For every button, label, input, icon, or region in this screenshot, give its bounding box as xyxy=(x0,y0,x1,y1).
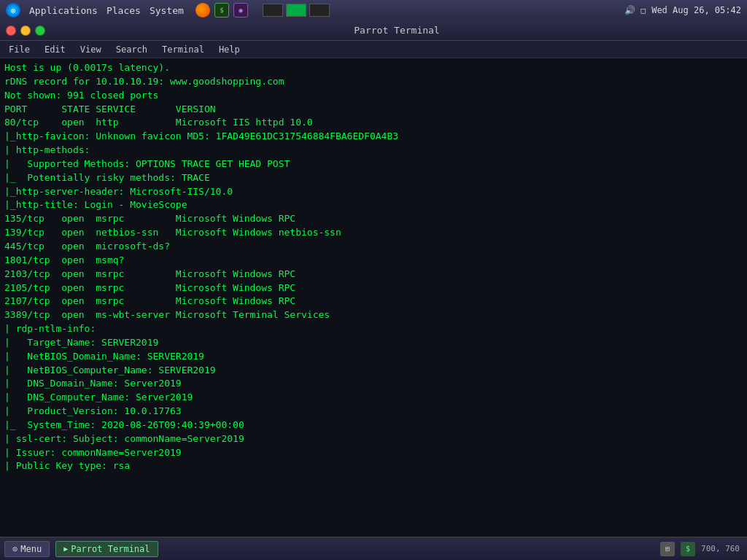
applications-menu[interactable]: Applications xyxy=(29,5,98,16)
parrot-logo: ⊙ xyxy=(6,3,20,18)
terminal-taskbar-label: Parrot Terminal xyxy=(71,544,150,554)
terminal-icon[interactable]: $ xyxy=(214,3,229,18)
terminal-line: | DNS_Computer_Name: Server2019 xyxy=(4,391,743,405)
network-icon[interactable]: □ xyxy=(641,6,646,15)
menu-view[interactable]: View xyxy=(74,43,107,56)
thumb-3 xyxy=(309,4,330,17)
system-menu[interactable]: System xyxy=(150,5,184,16)
window-title: Parrot Terminal xyxy=(53,25,741,36)
terminal-taskbar-icon: ▶ xyxy=(63,545,68,553)
terminal-line: 135/tcp open msrpc Microsoft Windows RPC xyxy=(4,212,743,226)
thumb-2 xyxy=(286,4,306,17)
taskbar-icon-2[interactable]: $ xyxy=(681,542,695,556)
window-thumbnails xyxy=(263,4,330,17)
app-icon[interactable]: ◉ xyxy=(233,3,248,18)
start-menu-button[interactable]: ⊙ Menu xyxy=(4,541,50,557)
terminal-line: | rdp-ntlm-info: xyxy=(4,322,743,336)
terminal-line: | Target_Name: SERVER2019 xyxy=(4,336,743,350)
terminal-line: 139/tcp open netbios-ssn Microsoft Windo… xyxy=(4,226,743,240)
terminal-line: 80/tcp open http Microsoft IIS httpd 10.… xyxy=(4,116,743,130)
minimize-button[interactable] xyxy=(20,26,31,36)
terminal-line: Not shown: 991 closed ports xyxy=(4,89,743,103)
thumb-1 xyxy=(263,4,283,17)
taskbar: ⊙ Menu ▶ Parrot Terminal ⊞ $ 700, 760 xyxy=(0,537,747,560)
terminal-line: PORT STATE SERVICE VERSION xyxy=(4,103,743,117)
title-bar: Parrot Terminal xyxy=(0,20,747,41)
terminal-output[interactable]: Host is up (0.0017s latency).rDNS record… xyxy=(0,58,747,537)
start-icon: ⊙ xyxy=(12,544,18,554)
menu-search[interactable]: Search xyxy=(110,43,153,56)
taskbar-icon-1[interactable]: ⊞ xyxy=(660,542,675,556)
menu-edit[interactable]: Edit xyxy=(39,43,71,56)
system-bar: ⊙ Applications Places System $ ◉ 🔊 □ Wed… xyxy=(0,0,747,20)
terminal-line: | Public Key type: rsa xyxy=(4,459,743,473)
terminal-line: | ssl-cert: Subject: commonName=Server20… xyxy=(4,432,743,446)
terminal-line: |_http-server-header: Microsoft-IIS/10.0 xyxy=(4,185,743,199)
places-menu[interactable]: Places xyxy=(107,5,141,16)
terminal-line: rDNS record for 10.10.10.19: www.goodsho… xyxy=(4,75,743,89)
window-controls xyxy=(6,26,45,36)
terminal-line: 2103/tcp open msrpc Microsoft Windows RP… xyxy=(4,268,743,281)
close-button[interactable] xyxy=(6,26,16,36)
terminal-taskbar-button[interactable]: ▶ Parrot Terminal xyxy=(55,541,158,557)
terminal-line: |_ System_Time: 2020-08-26T09:40:39+00:0… xyxy=(4,419,743,432)
terminal-line: |_ Potentially risky methods: TRACE xyxy=(4,171,743,185)
datetime: Wed Aug 26, 05:42 xyxy=(651,5,741,15)
maximize-button[interactable] xyxy=(35,26,45,36)
menu-bar: File Edit View Search Terminal Help xyxy=(0,41,747,58)
taskbar-right: ⊞ $ 700, 760 xyxy=(660,542,743,556)
volume-icon[interactable]: 🔊 xyxy=(624,5,635,15)
terminal-line: |_http-title: Login - MovieScope xyxy=(4,198,743,212)
terminal-line: | Supported Methods: OPTIONS TRACE GET H… xyxy=(4,158,743,171)
terminal-line: |_http-favicon: Unknown favicon MD5: 1FA… xyxy=(4,130,743,144)
terminal-line: | DNS_Domain_Name: Server2019 xyxy=(4,377,743,391)
terminal-line: Host is up (0.0017s latency). xyxy=(4,61,743,75)
terminal-line: | NetBIOS_Computer_Name: SERVER2019 xyxy=(4,364,743,378)
terminal-line: | http-methods: xyxy=(4,144,743,158)
terminal-line: 2105/tcp open msrpc Microsoft Windows RP… xyxy=(4,281,743,295)
firefox-icon[interactable] xyxy=(196,3,210,18)
terminal-line: | NetBIOS_Domain_Name: SERVER2019 xyxy=(4,350,743,364)
start-label: Menu xyxy=(20,544,42,554)
cursor-position: 700, 760 xyxy=(701,544,740,553)
terminal-line: 2107/tcp open msrpc Microsoft Windows RP… xyxy=(4,295,743,308)
menu-help[interactable]: Help xyxy=(213,43,246,56)
system-icons: 🔊 □ Wed Aug 26, 05:42 xyxy=(624,5,741,15)
menu-file[interactable]: File xyxy=(3,43,36,56)
menu-terminal[interactable]: Terminal xyxy=(156,43,210,56)
terminal-line: | Product_Version: 10.0.17763 xyxy=(4,405,743,419)
terminal-line: | Issuer: commonName=Server2019 xyxy=(4,446,743,460)
terminal-line: 1801/tcp open msmq? xyxy=(4,254,743,268)
terminal-line: 3389/tcp open ms-wbt-server Microsoft Te… xyxy=(4,308,743,322)
terminal-line: 445/tcp open microsoft-ds? xyxy=(4,240,743,254)
terminal-cursor-line xyxy=(4,473,743,487)
